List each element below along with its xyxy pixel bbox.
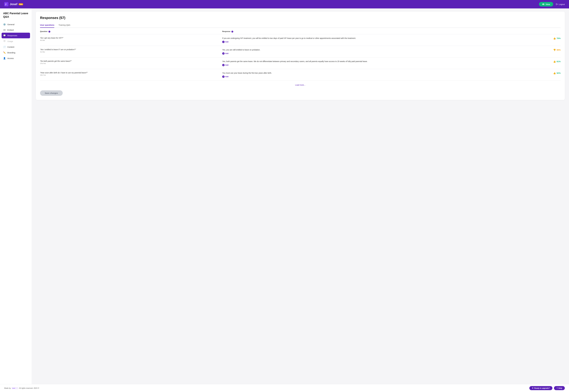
logo-text: Josef xyxy=(10,2,17,6)
josef-logo-icon: J xyxy=(4,2,8,6)
response-text-2: Yes, both parents get the same leave. We… xyxy=(222,60,548,63)
add-button-2[interactable]: + Add xyxy=(222,64,228,66)
footer-copyright: Made by Josef All rights reserved. 2023 … xyxy=(4,387,39,389)
app-header: J Josef beta View Logout xyxy=(0,0,569,8)
question-date-3: 24th Feb xyxy=(40,74,220,76)
question-cell-0: "Do I get any leave for IVF?" 4th Mar xyxy=(40,37,222,41)
tab-user-questions[interactable]: User questions xyxy=(40,23,54,28)
table-row: "How soon after birth do I have to use m… xyxy=(40,69,561,81)
svg-text:J: J xyxy=(5,3,6,6)
logo-container: J Josef beta xyxy=(4,2,23,6)
question-text-2: "Do both parents get the same leave?" xyxy=(40,60,220,62)
upgrade-button[interactable]: ⬆ Ready to upgrade? xyxy=(529,386,552,390)
app-body: ABC Parental Leave Q&A ⚙️ General </> Em… xyxy=(0,8,569,392)
content-card: Responses (57) User questions Training Q… xyxy=(36,12,565,100)
content-icon: 📄 xyxy=(3,46,6,48)
usage-icon xyxy=(3,40,6,42)
response-cell-0: If you are undergoing IVF treatment, you… xyxy=(222,37,550,43)
access-icon: 👤 xyxy=(3,57,6,59)
table-header: Question i Response i xyxy=(40,29,561,34)
chat-icon: 💬 xyxy=(3,34,6,37)
thumb-icon-1: 👎 xyxy=(553,49,556,51)
question-info-icon: i xyxy=(48,31,50,32)
thumb-icon-3: 👍 xyxy=(553,72,556,74)
question-text-3: "How soon after birth do I have to use m… xyxy=(40,72,220,74)
embed-icon: </> xyxy=(3,29,6,31)
question-date-0: 4th Mar xyxy=(40,40,220,41)
question-date-1: 3rd Mar xyxy=(40,51,220,53)
sidebar-item-access[interactable]: 👤 Access xyxy=(0,56,32,61)
svg-text:Josef: Josef xyxy=(12,388,15,389)
thumb-icon-0: 👍 xyxy=(553,37,556,40)
sidebar-item-embed[interactable]: </> Embed xyxy=(0,27,32,33)
column-header-question: Question i xyxy=(40,30,222,32)
sidebar-item-responses[interactable]: 💬 Responses xyxy=(1,33,30,38)
sidebar-item-content[interactable]: 📄 Content xyxy=(0,44,32,50)
load-more-link[interactable]: Load more... xyxy=(295,84,305,86)
response-cell-3: You must use your leave during the first… xyxy=(222,72,550,78)
rating-pct-1: 55% xyxy=(557,49,561,51)
rating-pct-3: 92% xyxy=(557,72,561,74)
question-text-0: "Do I get any leave for IVF?" xyxy=(40,37,220,39)
add-circle-icon-1: + xyxy=(222,52,224,55)
response-cell-1: Yes, you are still entitled to leave on … xyxy=(222,48,550,55)
table-row: "Do both parents get the same leave?" 27… xyxy=(40,57,561,69)
add-button-3[interactable]: + Add xyxy=(222,75,228,78)
header-actions: View Logout xyxy=(539,2,565,6)
app-title: ABC Parental Leave Q&A xyxy=(0,12,32,22)
rating-cell-3: 👍 92% xyxy=(550,72,561,74)
add-button-1[interactable]: + Add xyxy=(222,52,228,55)
add-circle-icon-2: + xyxy=(222,64,224,66)
save-changes-button[interactable]: Save changes xyxy=(40,90,63,96)
footer-logo: Josef xyxy=(12,387,18,389)
question-cell-1: "Am I entitled to leave if I am on proba… xyxy=(40,48,222,53)
rating-pct-0: 76% xyxy=(557,37,561,39)
tabs-container: User questions Training Q&A xyxy=(40,23,561,28)
sidebar-item-branding[interactable]: ✏️ Branding xyxy=(0,50,32,56)
question-cell-2: "Do both parents get the same leave?" 27… xyxy=(40,60,222,64)
help-button[interactable]: ? Help xyxy=(554,386,565,390)
rating-cell-2: 👍 81% xyxy=(550,60,561,63)
sidebar-item-general[interactable]: ⚙️ General xyxy=(0,22,32,27)
svg-point-3 xyxy=(4,41,5,41)
tab-training-qa[interactable]: Training Q&A xyxy=(58,23,70,28)
response-text-0: If you are undergoing IVF treatment, you… xyxy=(222,37,548,40)
table-row: "Am I entitled to leave if I am on proba… xyxy=(40,46,561,57)
footer-actions: ⬆ Ready to upgrade? ? Help xyxy=(529,386,565,390)
upgrade-icon: ⬆ xyxy=(532,387,533,389)
sidebar-item-usage[interactable]: Usage xyxy=(0,38,32,44)
table-row: "Do I get any leave for IVF?" 4th Mar If… xyxy=(40,34,561,46)
rating-pct-2: 81% xyxy=(557,60,561,63)
thumb-icon-2: 👍 xyxy=(553,60,556,63)
rating-cell-0: 👍 76% xyxy=(550,37,561,40)
main-content: Responses (57) User questions Training Q… xyxy=(32,8,569,392)
beta-badge: beta xyxy=(19,3,23,5)
sidebar: ABC Parental Leave Q&A ⚙️ General </> Em… xyxy=(0,8,32,384)
gear-icon: ⚙️ xyxy=(3,23,6,26)
logout-icon xyxy=(556,3,558,5)
page-title: Responses (57) xyxy=(40,16,561,20)
add-circle-icon-3: + xyxy=(222,75,224,78)
view-button[interactable]: View xyxy=(539,2,553,6)
question-cell-3: "How soon after birth do I have to use m… xyxy=(40,72,222,76)
response-text-3: You must use your leave during the first… xyxy=(222,72,548,74)
save-changes-container: Save changes xyxy=(40,87,561,96)
load-more-container: Load more... xyxy=(40,81,561,87)
logout-button[interactable]: Logout xyxy=(556,3,565,5)
question-date-2: 27th Feb xyxy=(40,63,220,64)
column-header-response: Response i xyxy=(222,30,561,32)
add-button-0[interactable]: + Add xyxy=(222,41,228,43)
response-info-icon: i xyxy=(231,31,233,32)
response-text-1: Yes, you are still entitled to leave on … xyxy=(222,48,548,51)
add-circle-icon-0: + xyxy=(222,41,224,43)
app-footer: Made by Josef All rights reserved. 2023 … xyxy=(0,384,569,392)
eye-icon xyxy=(542,3,544,5)
rating-cell-1: 👎 55% xyxy=(550,48,561,51)
help-icon: ? xyxy=(557,387,558,389)
branding-icon: ✏️ xyxy=(3,51,6,54)
response-cell-2: Yes, both parents get the same leave. We… xyxy=(222,60,550,66)
question-text-1: "Am I entitled to leave if I am on proba… xyxy=(40,48,220,51)
